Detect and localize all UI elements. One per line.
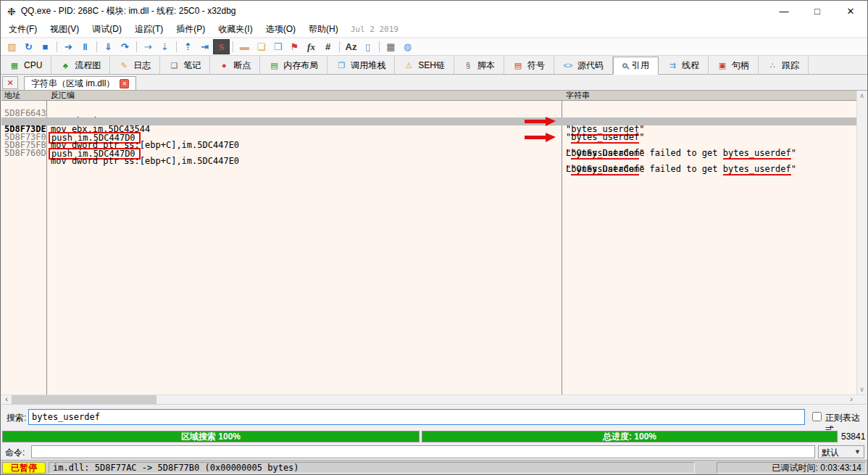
command-profile-dropdown[interactable]: 默认 ▼: [818, 445, 864, 458]
patch-icon[interactable]: ▬: [236, 39, 253, 54]
scroll-left-icon[interactable]: ‹: [1, 395, 12, 404]
tab-label: CPU: [24, 60, 42, 70]
stop-icon[interactable]: ■: [37, 39, 54, 54]
execute-till-return-icon[interactable]: ⇡: [180, 39, 196, 54]
restart-icon[interactable]: ↻: [20, 39, 37, 54]
table-row[interactable]: 5D8F73F0 mov dword ptr ss:[ebp+C],im.5DC…: [1, 125, 856, 133]
scroll-down-icon[interactable]: ∨: [857, 384, 867, 395]
close-button[interactable]: ✕: [834, 1, 867, 22]
step-into-icon[interactable]: ⇓: [100, 39, 117, 54]
toolbar-separator: [339, 41, 340, 52]
string-cell: L"OnSysDataCome failed to get bytes_user…: [566, 165, 796, 173]
status-bar: 已暂停 im.dll: 5D8F77AC -> 5D8F77B0 (0x0000…: [1, 460, 867, 475]
search-input[interactable]: [28, 409, 805, 425]
reference-sub-tab-bar: ✕ 字符串（区域 im.dll） ✕: [1, 75, 867, 91]
column-header-string: 字符串: [566, 91, 590, 100]
globe-icon[interactable]: ◍: [399, 39, 416, 54]
maximize-button[interactable]: □: [801, 1, 834, 22]
subtab-strings-im-dll[interactable]: 字符串（区域 im.dll） ✕: [24, 76, 136, 90]
highlighted-match: bytes_userdef: [723, 164, 791, 175]
tab-memory-map[interactable]: ▤内存布局: [260, 57, 327, 74]
cpu-icon: ▦: [9, 61, 20, 70]
memory-map-icon: ▤: [269, 61, 279, 70]
tab-label: 跟踪: [782, 59, 799, 72]
profile-label: 默认: [822, 447, 839, 458]
log-icon: ✎: [119, 61, 129, 70]
tab-call-stack[interactable]: ❐调用堆栈: [327, 57, 395, 74]
table-row-selected[interactable]: 5D8F73DE push im.5DC447D0 "bytes_userdef…: [1, 117, 856, 125]
menu-trace[interactable]: 追踪(T): [128, 22, 170, 37]
open-file-icon[interactable]: ▨: [4, 39, 20, 54]
disassembly-cell: mov dword ptr ss:[ebp+C],im.5DC447E0: [51, 157, 239, 165]
function-icon[interactable]: fx: [303, 39, 320, 54]
run-to-user-code-icon[interactable]: ⇥: [196, 39, 213, 54]
tab-breakpoints[interactable]: ●断点: [210, 57, 260, 74]
close-icon[interactable]: ✕: [120, 79, 129, 88]
tab-notes[interactable]: ❏笔记: [160, 57, 210, 74]
animate-over-icon[interactable]: ⇣: [157, 39, 173, 54]
regex-checkbox[interactable]: [812, 412, 822, 421]
scrollbar-thumb[interactable]: [12, 395, 157, 404]
app-bug-icon: ❉: [7, 6, 16, 17]
command-input[interactable]: [31, 445, 815, 458]
tab-log[interactable]: ✎日志: [110, 57, 160, 74]
menu-file[interactable]: 文件(F): [2, 22, 43, 37]
main-tab-bar: ▦CPU ♣流程图 ✎日志 ❏笔记 ●断点 ▤内存布局 ❐调用堆栈 ⚠SEH链 …: [1, 57, 867, 75]
phone-icon[interactable]: ▯: [359, 39, 376, 54]
hash-icon[interactable]: #: [320, 39, 336, 54]
highlighted-match: bytes_userdef: [723, 148, 791, 160]
menu-bar: 文件(F) 视图(V) 调试(D) 追踪(T) 插件(P) 收藏夹(I) 选项(…: [1, 22, 867, 38]
search-row: 搜索: 正则表达式: [1, 405, 867, 430]
menu-favourites[interactable]: 收藏夹(I): [212, 22, 259, 37]
calculator-icon[interactable]: ▦: [383, 39, 399, 54]
tab-seh[interactable]: ⚠SEH链: [395, 57, 454, 74]
table-row[interactable]: 5D8F760D mov dword ptr ss:[ebp+C],im.5DC…: [1, 141, 856, 149]
vertical-scrollbar[interactable]: ∧ ∨: [856, 91, 867, 395]
menu-view[interactable]: 视图(V): [43, 22, 85, 37]
menu-options[interactable]: 选项(O): [259, 22, 302, 37]
step-over-icon[interactable]: ↷: [117, 39, 133, 54]
table-row[interactable]: 5D8F75FB push im.5DC447D0 "bytes_userdef…: [1, 133, 856, 141]
toolbar-separator: [379, 41, 380, 52]
scroll-right-icon[interactable]: ›: [846, 395, 856, 404]
toolbar-separator: [136, 41, 137, 52]
tab-label: 脚本: [477, 59, 495, 72]
comment-icon[interactable]: ❏: [253, 39, 270, 54]
stepping-mode-icon[interactable]: S: [213, 39, 230, 54]
minimize-button[interactable]: —: [767, 1, 801, 22]
string-cell: L"OnSysDataCome failed to get bytes_user…: [566, 149, 796, 157]
tab-trace[interactable]: ∴跟踪: [759, 57, 809, 74]
menu-plugins[interactable]: 插件(P): [170, 22, 212, 37]
command-row: 命令: 默认 ▼: [1, 444, 867, 460]
result-count: 53841: [841, 431, 865, 442]
horizontal-scrollbar[interactable]: ‹ ›: [1, 395, 867, 405]
table-row[interactable]: 5D8F6A36 mov ebx,im.5DC43544 "bytes_user…: [1, 110, 856, 117]
source-icon: <>: [563, 61, 573, 70]
table-row[interactable]: 5D8F6643 mov ebx,im.5DC43544 "bytes_user…: [1, 102, 856, 110]
tab-source[interactable]: <>源代码: [554, 57, 613, 74]
total-progress-bar: 总进度: 100%: [422, 431, 838, 442]
string-search-icon[interactable]: Az: [343, 39, 359, 54]
menu-debug[interactable]: 调试(D): [85, 22, 128, 37]
graph-icon: ♣: [60, 61, 70, 70]
tab-symbols[interactable]: ▤符号: [504, 57, 554, 74]
tab-label: SEH链: [418, 59, 445, 72]
script-icon: §: [463, 61, 473, 70]
tab-label: 线程: [682, 59, 699, 72]
tab-cpu[interactable]: ▦CPU: [1, 57, 51, 74]
bookmark-icon[interactable]: ⚑: [286, 39, 303, 54]
column-header-disassembly: 反汇编: [51, 91, 75, 100]
toolbar-separator: [233, 41, 233, 52]
menu-help[interactable]: 帮助(H): [302, 22, 345, 37]
scroll-up-icon[interactable]: ∧: [857, 91, 867, 101]
run-icon[interactable]: ➔: [60, 39, 77, 54]
close-all-references-button[interactable]: ✕: [2, 76, 18, 89]
tab-handles[interactable]: ▣句柄: [709, 57, 759, 74]
tab-graph[interactable]: ♣流程图: [51, 57, 110, 74]
tab-threads[interactable]: ⇉线程: [659, 57, 709, 74]
tab-script[interactable]: §脚本: [454, 57, 504, 74]
tab-references[interactable]: 引用: [613, 57, 659, 75]
pause-icon[interactable]: ‖: [77, 39, 93, 54]
animate-into-icon[interactable]: ⇢: [140, 39, 157, 54]
label-icon[interactable]: ❒: [270, 39, 286, 54]
